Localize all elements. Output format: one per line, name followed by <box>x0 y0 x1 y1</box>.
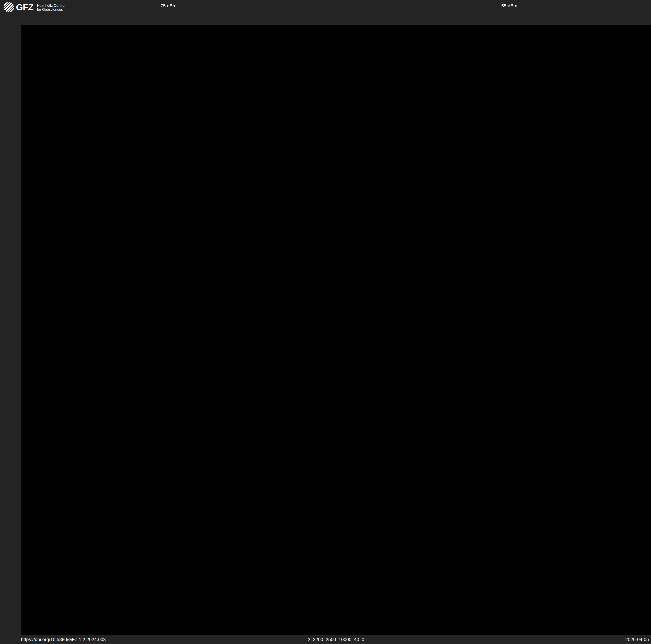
colorbar-max-label: -55 dBm <box>500 3 517 9</box>
brand-subtitle: Helmholtz Centre for Geosciences <box>37 4 64 11</box>
colorbar-min-label: -75 dBm <box>145 3 177 9</box>
spectrogram-canvas <box>21 25 651 635</box>
date-label: 2026-04-05 <box>625 637 649 642</box>
gfz-globe-icon <box>3 2 14 12</box>
colorbar-gradient <box>181 4 493 8</box>
spectrogram-quicklook-page: GFZ Helmholtz Centre for Geosciences -75… <box>0 0 651 644</box>
brand-wordmark: GFZ <box>16 2 33 12</box>
dataset-title: 2_2200_2500_10000_40_0 <box>21 637 651 642</box>
brand-subtitle-line1: Helmholtz Centre <box>37 4 64 7</box>
brand-subtitle-line2: for Geosciences <box>37 7 64 11</box>
